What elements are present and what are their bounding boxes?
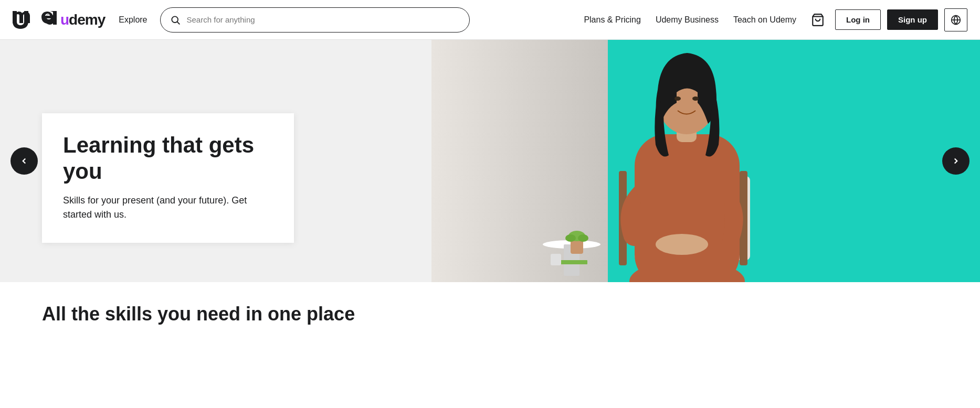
teach-link[interactable]: Teach on Udemy xyxy=(727,12,803,28)
nav-links: Plans & Pricing Udemy Business Teach on … xyxy=(577,8,967,31)
carousel-next-button[interactable] xyxy=(942,147,970,175)
below-fold-section: All the skills you need in one place xyxy=(0,282,980,336)
carousel-prev-button[interactable] xyxy=(10,147,38,175)
svg-rect-16 xyxy=(551,254,561,265)
explore-nav-item[interactable]: Explore xyxy=(114,13,151,27)
udemy-logo-svg xyxy=(13,11,60,29)
login-button[interactable]: Log in xyxy=(835,9,881,30)
svg-point-22 xyxy=(692,96,699,101)
cart-icon[interactable] xyxy=(807,9,829,31)
svg-point-23 xyxy=(656,234,708,255)
below-fold-title: All the skills you need in one place xyxy=(42,303,938,325)
svg-point-0 xyxy=(172,16,178,23)
svg-line-1 xyxy=(177,22,180,24)
hero-person-illustration xyxy=(435,40,803,282)
hero-card-title: Learning that gets you xyxy=(63,132,273,185)
plans-pricing-link[interactable]: Plans & Pricing xyxy=(577,12,647,28)
search-bar[interactable] xyxy=(160,7,470,33)
svg-point-21 xyxy=(675,96,681,101)
svg-point-14 xyxy=(578,234,588,242)
udemy-business-link[interactable]: Udemy Business xyxy=(649,12,725,28)
search-input[interactable] xyxy=(187,15,460,24)
svg-point-13 xyxy=(565,234,576,242)
navbar: udemy Explore Plans & Pricing Udemy Busi… xyxy=(0,0,980,40)
language-button[interactable] xyxy=(944,8,967,31)
svg-rect-15 xyxy=(559,260,587,264)
svg-rect-18 xyxy=(635,134,740,282)
search-icon xyxy=(170,15,181,25)
hero-card-subtitle: Skills for your present (and your future… xyxy=(63,194,273,222)
logo[interactable]: udemy xyxy=(13,11,105,29)
hero-card: Learning that gets you Skills for your p… xyxy=(42,113,294,243)
hero-banner: Learning that gets you Skills for your p… xyxy=(0,40,980,282)
signup-button[interactable]: Sign up xyxy=(887,9,938,30)
